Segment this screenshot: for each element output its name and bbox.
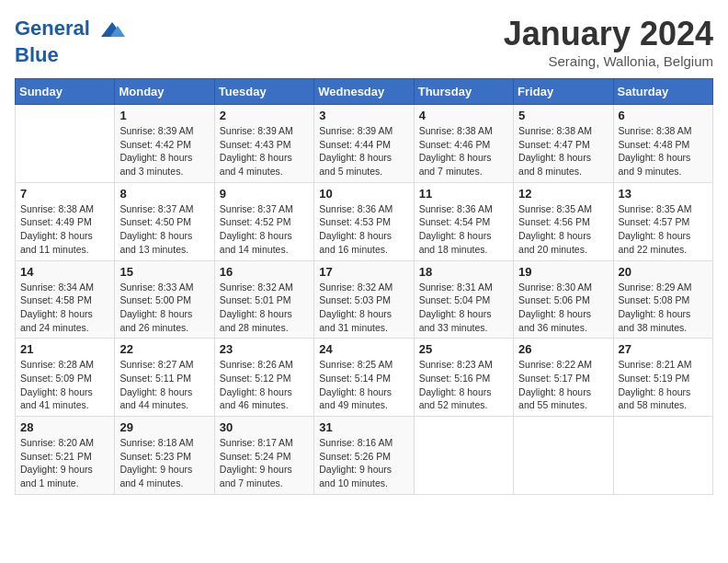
day-info: Sunrise: 8:38 AM Sunset: 4:46 PM Dayligh… xyxy=(419,124,508,178)
day-number: 7 xyxy=(20,187,109,201)
calendar-cell: 23Sunrise: 8:26 AM Sunset: 5:12 PM Dayli… xyxy=(214,339,313,417)
day-number: 9 xyxy=(220,187,309,201)
day-info: Sunrise: 8:36 AM Sunset: 4:54 PM Dayligh… xyxy=(419,202,508,257)
day-number: 25 xyxy=(419,342,508,356)
calendar-cell: 31Sunrise: 8:16 AM Sunset: 5:26 PM Dayli… xyxy=(314,417,414,495)
calendar-cell xyxy=(514,417,613,495)
day-number: 29 xyxy=(119,420,209,434)
calendar-cell xyxy=(414,417,513,495)
day-info: Sunrise: 8:31 AM Sunset: 5:04 PM Dayligh… xyxy=(419,281,508,335)
day-info: Sunrise: 8:39 AM Sunset: 4:42 PM Dayligh… xyxy=(119,124,209,178)
day-info: Sunrise: 8:37 AM Sunset: 4:52 PM Dayligh… xyxy=(220,202,309,257)
calendar-cell: 28Sunrise: 8:20 AM Sunset: 5:21 PM Dayli… xyxy=(16,417,115,495)
calendar-cell: 27Sunrise: 8:21 AM Sunset: 5:19 PM Dayli… xyxy=(613,339,712,417)
day-info: Sunrise: 8:34 AM Sunset: 4:58 PM Dayligh… xyxy=(20,281,109,335)
calendar-cell: 8Sunrise: 8:37 AM Sunset: 4:50 PM Daylig… xyxy=(115,182,214,260)
calendar-cell: 26Sunrise: 8:22 AM Sunset: 5:17 PM Dayli… xyxy=(514,339,613,417)
day-info: Sunrise: 8:18 AM Sunset: 5:23 PM Dayligh… xyxy=(119,436,209,490)
day-info: Sunrise: 8:23 AM Sunset: 5:16 PM Dayligh… xyxy=(419,358,508,412)
calendar-cell: 1Sunrise: 8:39 AM Sunset: 4:42 PM Daylig… xyxy=(115,105,214,183)
calendar-cell: 2Sunrise: 8:39 AM Sunset: 4:43 PM Daylig… xyxy=(214,105,313,183)
weekday-header-wednesday: Wednesday xyxy=(314,79,414,105)
day-number: 4 xyxy=(419,109,508,122)
day-number: 23 xyxy=(220,342,309,356)
calendar-cell: 20Sunrise: 8:29 AM Sunset: 5:08 PM Dayli… xyxy=(613,260,712,339)
day-number: 22 xyxy=(119,342,209,356)
calendar-cell: 10Sunrise: 8:36 AM Sunset: 4:53 PM Dayli… xyxy=(314,182,414,260)
day-info: Sunrise: 8:32 AM Sunset: 5:01 PM Dayligh… xyxy=(220,281,309,335)
calendar-cell xyxy=(613,417,712,495)
day-number: 2 xyxy=(220,109,309,122)
calendar-cell: 16Sunrise: 8:32 AM Sunset: 5:01 PM Dayli… xyxy=(214,260,313,339)
day-number: 17 xyxy=(319,265,408,279)
day-info: Sunrise: 8:30 AM Sunset: 5:06 PM Dayligh… xyxy=(518,281,608,335)
calendar-cell: 15Sunrise: 8:33 AM Sunset: 5:00 PM Dayli… xyxy=(115,260,214,339)
calendar-cell: 6Sunrise: 8:38 AM Sunset: 4:48 PM Daylig… xyxy=(613,105,712,183)
day-info: Sunrise: 8:22 AM Sunset: 5:17 PM Dayligh… xyxy=(518,358,608,412)
day-info: Sunrise: 8:39 AM Sunset: 4:43 PM Dayligh… xyxy=(220,124,309,178)
calendar-cell: 19Sunrise: 8:30 AM Sunset: 5:06 PM Dayli… xyxy=(514,260,613,339)
day-number: 15 xyxy=(119,265,209,279)
day-info: Sunrise: 8:32 AM Sunset: 5:03 PM Dayligh… xyxy=(319,281,408,335)
calendar-cell xyxy=(16,105,115,183)
day-number: 14 xyxy=(20,265,109,279)
calendar-cell: 22Sunrise: 8:27 AM Sunset: 5:11 PM Dayli… xyxy=(115,339,214,417)
calendar-cell: 21Sunrise: 8:28 AM Sunset: 5:09 PM Dayli… xyxy=(16,339,115,417)
day-number: 24 xyxy=(319,342,408,356)
day-number: 19 xyxy=(518,265,608,279)
day-number: 8 xyxy=(119,187,209,201)
calendar-cell: 7Sunrise: 8:38 AM Sunset: 4:49 PM Daylig… xyxy=(16,182,115,260)
day-number: 6 xyxy=(619,109,708,122)
day-info: Sunrise: 8:21 AM Sunset: 5:19 PM Dayligh… xyxy=(619,358,708,412)
day-number: 26 xyxy=(518,342,608,356)
calendar-cell: 5Sunrise: 8:38 AM Sunset: 4:47 PM Daylig… xyxy=(514,105,613,183)
calendar-cell: 14Sunrise: 8:34 AM Sunset: 4:58 PM Dayli… xyxy=(16,260,115,339)
day-number: 28 xyxy=(20,420,109,434)
day-number: 21 xyxy=(20,342,109,356)
day-info: Sunrise: 8:36 AM Sunset: 4:53 PM Dayligh… xyxy=(319,202,408,257)
calendar-cell: 9Sunrise: 8:37 AM Sunset: 4:52 PM Daylig… xyxy=(214,182,313,260)
day-info: Sunrise: 8:17 AM Sunset: 5:24 PM Dayligh… xyxy=(220,436,309,490)
day-info: Sunrise: 8:35 AM Sunset: 4:57 PM Dayligh… xyxy=(619,202,708,257)
day-info: Sunrise: 8:35 AM Sunset: 4:56 PM Dayligh… xyxy=(518,202,608,257)
day-info: Sunrise: 8:20 AM Sunset: 5:21 PM Dayligh… xyxy=(20,436,109,490)
day-info: Sunrise: 8:25 AM Sunset: 5:14 PM Dayligh… xyxy=(319,358,408,412)
day-info: Sunrise: 8:28 AM Sunset: 5:09 PM Dayligh… xyxy=(20,358,109,412)
header: General Blue January 2024 Seraing, Wallo… xyxy=(15,15,713,69)
day-number: 31 xyxy=(319,420,408,434)
day-number: 10 xyxy=(319,187,408,201)
day-info: Sunrise: 8:37 AM Sunset: 4:50 PM Dayligh… xyxy=(119,202,209,257)
day-info: Sunrise: 8:27 AM Sunset: 5:11 PM Dayligh… xyxy=(119,358,209,412)
weekday-header-tuesday: Tuesday xyxy=(214,79,313,105)
day-info: Sunrise: 8:26 AM Sunset: 5:12 PM Dayligh… xyxy=(220,358,309,412)
day-number: 11 xyxy=(419,187,508,201)
calendar-cell: 25Sunrise: 8:23 AM Sunset: 5:16 PM Dayli… xyxy=(414,339,513,417)
calendar-cell: 11Sunrise: 8:36 AM Sunset: 4:54 PM Dayli… xyxy=(414,182,513,260)
calendar-cell: 13Sunrise: 8:35 AM Sunset: 4:57 PM Dayli… xyxy=(613,182,712,260)
calendar-cell: 12Sunrise: 8:35 AM Sunset: 4:56 PM Dayli… xyxy=(514,182,613,260)
calendar-cell: 3Sunrise: 8:39 AM Sunset: 4:44 PM Daylig… xyxy=(314,105,414,183)
day-info: Sunrise: 8:33 AM Sunset: 5:00 PM Dayligh… xyxy=(119,281,209,335)
calendar-cell: 30Sunrise: 8:17 AM Sunset: 5:24 PM Dayli… xyxy=(214,417,313,495)
day-info: Sunrise: 8:38 AM Sunset: 4:48 PM Dayligh… xyxy=(619,124,708,178)
calendar-cell: 24Sunrise: 8:25 AM Sunset: 5:14 PM Dayli… xyxy=(314,339,414,417)
weekday-header-sunday: Sunday xyxy=(16,79,115,105)
logo: General Blue xyxy=(15,15,129,66)
month-title: January 2024 xyxy=(504,15,713,53)
calendar-table: SundayMondayTuesdayWednesdayThursdayFrid… xyxy=(15,78,713,495)
weekday-header-monday: Monday xyxy=(115,79,214,105)
day-number: 18 xyxy=(419,265,508,279)
calendar-cell: 4Sunrise: 8:38 AM Sunset: 4:46 PM Daylig… xyxy=(414,105,513,183)
day-info: Sunrise: 8:39 AM Sunset: 4:44 PM Dayligh… xyxy=(319,124,408,178)
logo-general: General xyxy=(15,17,90,40)
day-number: 5 xyxy=(518,109,608,122)
day-number: 30 xyxy=(220,420,309,434)
day-number: 3 xyxy=(319,109,408,122)
day-number: 16 xyxy=(220,265,309,279)
calendar-cell: 17Sunrise: 8:32 AM Sunset: 5:03 PM Dayli… xyxy=(314,260,414,339)
day-number: 20 xyxy=(619,265,708,279)
day-number: 12 xyxy=(518,187,608,201)
day-info: Sunrise: 8:29 AM Sunset: 5:08 PM Dayligh… xyxy=(619,281,708,335)
day-info: Sunrise: 8:16 AM Sunset: 5:26 PM Dayligh… xyxy=(319,436,408,490)
calendar-cell: 29Sunrise: 8:18 AM Sunset: 5:23 PM Dayli… xyxy=(115,417,214,495)
